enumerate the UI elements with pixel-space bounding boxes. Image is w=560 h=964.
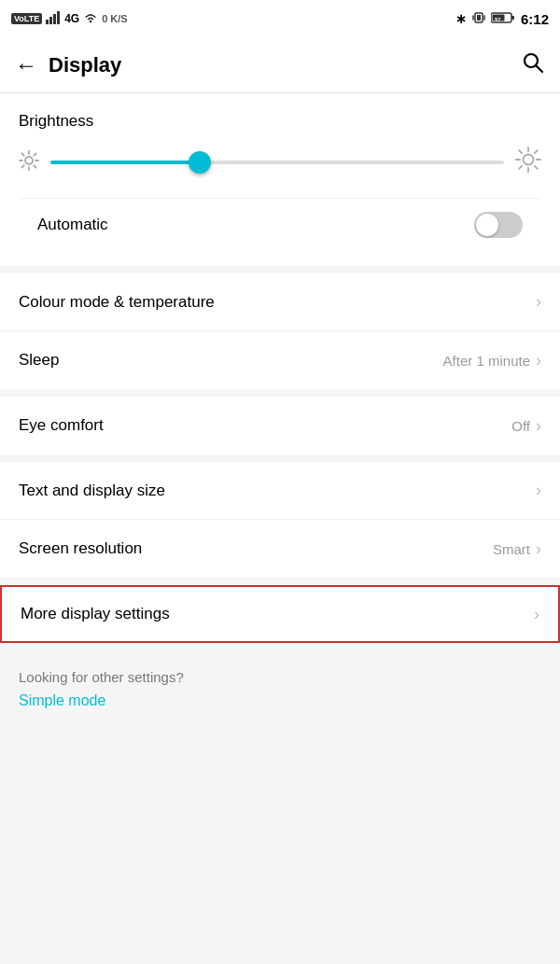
eye-comfort-right: Off › — [511, 416, 541, 436]
screen-resolution-right: Smart › — [493, 539, 541, 559]
svg-line-23 — [22, 165, 24, 167]
svg-line-30 — [535, 165, 538, 168]
colour-mode-label: Colour mode & temperature — [19, 293, 215, 312]
sun-icon-large — [515, 147, 541, 179]
sleep-chevron: › — [536, 351, 541, 370]
svg-line-32 — [519, 165, 522, 168]
svg-rect-2 — [53, 14, 56, 24]
svg-text:57: 57 — [495, 16, 501, 21]
brightness-slider-row — [19, 146, 541, 179]
svg-point-24 — [524, 154, 534, 164]
simple-mode-link[interactable]: Simple mode — [19, 692, 541, 709]
data-speed: 0 K/S — [102, 13, 128, 24]
svg-point-4 — [90, 20, 91, 21]
colour-mode-item[interactable]: Colour mode & temperature › — [0, 273, 560, 331]
screen-resolution-chevron: › — [536, 539, 541, 559]
eye-comfort-section: Eye comfort Off › — [0, 397, 560, 454]
back-button[interactable]: ← — [15, 54, 37, 77]
sleep-item[interactable]: Sleep After 1 minute › — [0, 331, 560, 389]
sun-icon-small — [19, 150, 39, 175]
colour-mode-right: › — [534, 292, 541, 312]
colour-sleep-section: Colour mode & temperature › Sleep After … — [0, 273, 560, 389]
battery-icon: 57 — [491, 11, 515, 27]
automatic-label: Automatic — [37, 216, 108, 234]
automatic-toggle[interactable] — [474, 212, 523, 238]
sleep-value: After 1 minute — [443, 353, 530, 369]
slider-track — [50, 161, 504, 164]
text-display-size-label: Text and display size — [19, 482, 165, 500]
eye-comfort-chevron: › — [536, 416, 541, 436]
eye-comfort-value: Off — [511, 418, 530, 434]
more-display-settings-chevron: › — [534, 605, 539, 624]
sleep-right: After 1 minute › — [443, 351, 541, 370]
text-display-size-chevron: › — [536, 481, 541, 500]
more-display-settings-item[interactable]: More display settings › — [0, 585, 560, 643]
page-title: Display — [49, 53, 121, 77]
signal-strength — [46, 11, 61, 27]
volte-badge: VoLTE — [11, 13, 42, 24]
text-display-size-right: › — [534, 481, 541, 500]
eye-comfort-label: Eye comfort — [19, 416, 104, 435]
svg-line-20 — [22, 153, 24, 155]
status-bar: VoLTE 4G 0 K/S ∗ — [0, 0, 560, 37]
network-type: 4G — [64, 12, 79, 25]
screen-resolution-item[interactable]: Screen resolution Smart › — [0, 520, 560, 578]
svg-line-31 — [535, 150, 538, 153]
svg-rect-10 — [511, 16, 514, 20]
bluetooth-icon: ∗ — [455, 11, 467, 26]
header: ← Display — [0, 37, 560, 93]
svg-line-21 — [34, 165, 35, 167]
wifi-icon — [83, 12, 98, 26]
brightness-slider[interactable] — [50, 146, 504, 179]
toggle-knob — [476, 214, 498, 236]
sleep-label: Sleep — [19, 351, 59, 370]
vibrate-icon — [472, 11, 485, 27]
colour-mode-chevron: › — [536, 292, 541, 312]
more-display-settings-right: › — [532, 605, 539, 624]
suggestion-section: Looking for other settings? Simple mode — [0, 650, 560, 728]
svg-line-22 — [34, 153, 35, 155]
svg-line-14 — [536, 65, 542, 72]
eye-comfort-item[interactable]: Eye comfort Off › — [0, 397, 560, 454]
more-settings-section: More display settings › — [0, 585, 560, 643]
brightness-title: Brightness — [19, 112, 541, 131]
status-left: VoLTE 4G 0 K/S — [11, 11, 128, 27]
slider-fill — [50, 161, 200, 164]
screen-resolution-value: Smart — [493, 541, 530, 557]
more-display-settings-label: More display settings — [21, 605, 170, 623]
automatic-row: Automatic — [19, 198, 541, 251]
svg-rect-0 — [46, 20, 49, 24]
svg-point-15 — [25, 157, 33, 164]
status-right: ∗ 57 6:12 — [455, 11, 549, 27]
svg-line-29 — [519, 150, 522, 153]
slider-thumb[interactable] — [189, 151, 211, 174]
search-button[interactable] — [521, 50, 545, 80]
svg-rect-1 — [49, 17, 52, 24]
text-resolution-section: Text and display size › Screen resolutio… — [0, 462, 560, 578]
time-display: 6:12 — [521, 11, 549, 27]
svg-rect-6 — [477, 15, 481, 21]
header-left: ← Display — [15, 53, 121, 77]
svg-rect-3 — [57, 11, 60, 24]
suggestion-text: Looking for other settings? — [19, 669, 541, 685]
screen-resolution-label: Screen resolution — [19, 539, 142, 558]
brightness-section: Brightness — [0, 93, 560, 266]
text-display-size-item[interactable]: Text and display size › — [0, 462, 560, 520]
